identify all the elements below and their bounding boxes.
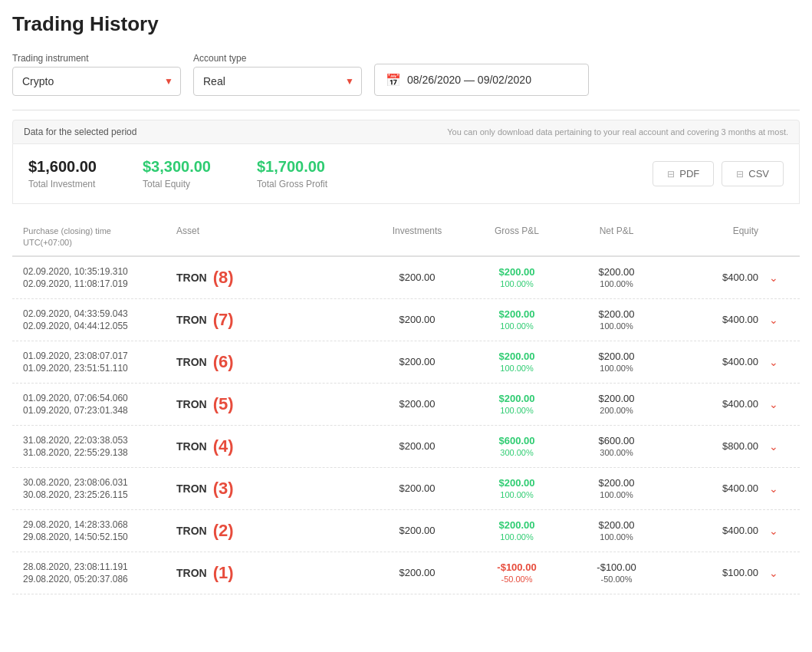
col-header-equity: Equity xyxy=(666,226,758,249)
account-select-wrapper: Real Demo ▼ xyxy=(193,67,362,96)
net-value: $200.00 xyxy=(599,308,635,320)
chevron-cell[interactable]: ⌄ xyxy=(758,356,789,368)
asset-col: TRON (2) xyxy=(176,521,367,541)
instrument-label: Trading instrument xyxy=(12,53,181,64)
account-select[interactable]: Real Demo xyxy=(193,67,362,96)
net-cell: $200.00 200.00% xyxy=(567,393,666,415)
asset-col: TRON (4) xyxy=(176,436,367,456)
gross-cell: $600.00 300.00% xyxy=(467,435,567,457)
net-value: $200.00 xyxy=(599,519,635,531)
time-open: 29.08.2020, 14:28:33.068 xyxy=(23,519,176,530)
net-cell: $600.00 300.00% xyxy=(567,435,666,457)
gross-value: $200.00 xyxy=(499,393,535,404)
chevron-cell[interactable]: ⌄ xyxy=(758,525,789,537)
time-cell: 28.08.2020, 23:08:11.191 29.08.2020, 05:… xyxy=(23,561,176,584)
csv-export-button[interactable]: ⊟ CSV xyxy=(722,161,784,186)
col-header-time: Purchase (closing) timeUTC(+07:00) xyxy=(23,226,176,249)
equity-cell: $400.00 xyxy=(666,314,758,325)
gross-pct: 100.00% xyxy=(500,321,533,331)
time-cell: 31.08.2020, 22:03:38.053 31.08.2020, 22:… xyxy=(23,435,176,458)
csv-icon: ⊟ xyxy=(736,169,744,179)
net-value: -$100.00 xyxy=(597,561,636,573)
expand-row-icon[interactable]: ⌄ xyxy=(769,525,778,537)
account-filter-group: Account type Real Demo ▼ xyxy=(193,53,362,96)
table-body: 02.09.2020, 10:35:19.310 02.09.2020, 11:… xyxy=(12,257,800,594)
account-label: Account type xyxy=(193,53,362,64)
col-header-gross-pl: Gross P&L xyxy=(467,226,567,249)
gross-cell: $200.00 100.00% xyxy=(467,393,567,415)
chevron-cell[interactable]: ⌄ xyxy=(758,272,789,284)
summary-row: $1,600.00 Total Investment $3,300.00 Tot… xyxy=(12,144,800,204)
investment-cell: $200.00 xyxy=(367,567,467,578)
equity-cell: $400.00 xyxy=(666,482,758,494)
total-gross-profit-value: $1,700.00 xyxy=(257,158,327,176)
equity-cell: $400.00 xyxy=(666,272,758,283)
chevron-cell[interactable]: ⌄ xyxy=(758,398,789,410)
gross-pct: 100.00% xyxy=(500,364,533,373)
trade-number: (3) xyxy=(213,479,234,499)
gross-value: $200.00 xyxy=(499,477,535,489)
pdf-icon: ⊟ xyxy=(667,169,675,179)
gross-pct: 100.00% xyxy=(500,532,533,542)
chevron-cell[interactable]: ⌄ xyxy=(758,440,789,453)
gross-cell: -$100.00 -50.00% xyxy=(467,561,567,584)
gross-pct: -50.00% xyxy=(501,575,533,584)
trade-number: (7) xyxy=(213,310,234,330)
gross-cell: $200.00 100.00% xyxy=(467,477,567,499)
gross-value: $200.00 xyxy=(499,308,535,320)
expand-row-icon[interactable]: ⌄ xyxy=(769,356,778,368)
table-row: 29.08.2020, 14:28:33.068 29.08.2020, 14:… xyxy=(12,510,800,552)
page-title: Trading History xyxy=(12,12,800,36)
net-cell: $200.00 100.00% xyxy=(567,519,666,542)
instrument-select[interactable]: Crypto Forex Stocks xyxy=(12,67,181,96)
instrument-filter-group: Trading instrument Crypto Forex Stocks ▼ xyxy=(12,53,181,96)
expand-row-icon[interactable]: ⌄ xyxy=(769,440,778,453)
col-header-asset: Asset xyxy=(176,226,367,249)
time-close: 02.09.2020, 04:44:12.055 xyxy=(23,321,176,331)
net-cell: $200.00 100.00% xyxy=(567,351,666,373)
top-divider xyxy=(12,110,800,110)
investment-cell: $200.00 xyxy=(367,525,467,536)
date-label xyxy=(374,50,589,61)
time-close: 30.08.2020, 23:25:26.115 xyxy=(23,489,176,500)
chevron-cell[interactable]: ⌄ xyxy=(758,482,789,495)
equity-cell: $100.00 xyxy=(666,567,758,578)
investment-cell: $200.00 xyxy=(367,314,467,325)
equity-cell: $800.00 xyxy=(666,440,758,452)
expand-row-icon[interactable]: ⌄ xyxy=(769,398,778,410)
time-close: 29.08.2020, 05:20:37.086 xyxy=(23,574,176,584)
total-equity-item: $3,300.00 Total Equity xyxy=(143,158,211,189)
pdf-export-button[interactable]: ⊟ PDF xyxy=(653,161,714,186)
chevron-cell[interactable]: ⌄ xyxy=(758,567,789,579)
asset-name: TRON xyxy=(176,525,207,537)
table-row: 31.08.2020, 22:03:38.053 31.08.2020, 22:… xyxy=(12,426,800,468)
date-filter-group: 📅 08/26/2020 — 09/02/2020 xyxy=(374,50,589,96)
time-close: 01.09.2020, 07:23:01.348 xyxy=(23,405,176,416)
net-pct: 200.00% xyxy=(600,406,633,415)
asset-name: TRON xyxy=(176,482,207,495)
time-cell: 01.09.2020, 23:08:07.017 01.09.2020, 23:… xyxy=(23,351,176,374)
chevron-cell[interactable]: ⌄ xyxy=(758,314,789,326)
net-cell: $200.00 100.00% xyxy=(567,266,666,288)
expand-row-icon[interactable]: ⌄ xyxy=(769,272,778,284)
total-gross-profit-item: $1,700.00 Total Gross Profit xyxy=(257,158,327,189)
gross-cell: $200.00 100.00% xyxy=(467,519,567,542)
time-open: 01.09.2020, 07:06:54.060 xyxy=(23,393,176,403)
asset-name: TRON xyxy=(176,440,207,453)
expand-row-icon[interactable]: ⌄ xyxy=(769,482,778,495)
time-open: 01.09.2020, 23:08:07.017 xyxy=(23,351,176,361)
asset-col: TRON (6) xyxy=(176,352,367,372)
pdf-label: PDF xyxy=(679,168,699,179)
instrument-select-wrapper: Crypto Forex Stocks ▼ xyxy=(12,67,181,96)
expand-row-icon[interactable]: ⌄ xyxy=(769,314,778,326)
time-cell: 02.09.2020, 04:33:59.043 02.09.2020, 04:… xyxy=(23,308,176,331)
asset-col: TRON (3) xyxy=(176,479,367,499)
expand-row-icon[interactable]: ⌄ xyxy=(769,567,778,579)
asset-col: TRON (7) xyxy=(176,310,367,330)
asset-name: TRON xyxy=(176,314,207,326)
table-row: 01.09.2020, 23:08:07.017 01.09.2020, 23:… xyxy=(12,341,800,384)
equity-cell: $400.00 xyxy=(666,525,758,536)
date-range-picker[interactable]: 📅 08/26/2020 — 09/02/2020 xyxy=(374,64,589,96)
asset-col: TRON (1) xyxy=(176,563,367,583)
net-pct: 100.00% xyxy=(600,279,633,288)
